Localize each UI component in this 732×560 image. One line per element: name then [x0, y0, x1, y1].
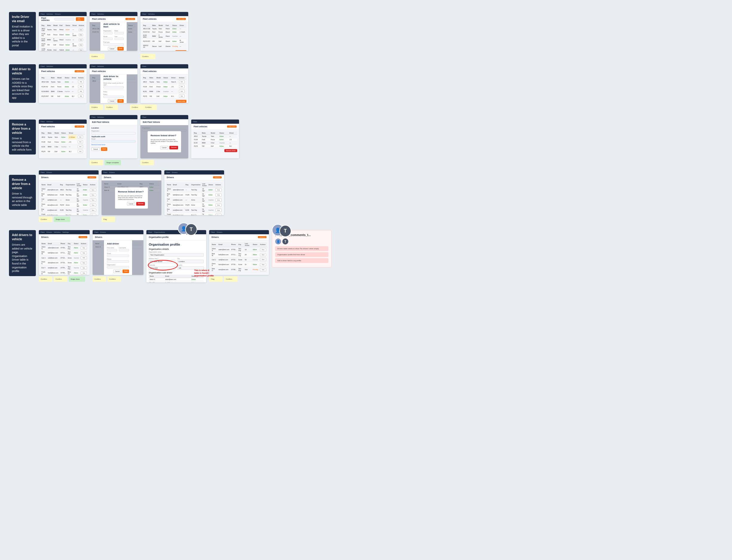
add-btn[interactable]: + Add vehicle	[227, 126, 237, 128]
table-row: Eve T.eve@test.com07744...Test OrgInacti…	[41, 265, 88, 270]
add-btn[interactable]: + Add vehicle	[75, 70, 84, 72]
add-driver-btn[interactable]: + Add driver	[88, 176, 96, 178]
table-row: Beth M.beth@test.com07711...Test OrgActi…	[41, 250, 88, 255]
page-title: Fleet vehicles	[92, 18, 106, 20]
desc-card-row2-body: Drivers can be ADDED to a vehicle once t…	[12, 77, 33, 100]
sticky-row5-e: Confirm	[108, 276, 121, 282]
screen-row2-1: FleetVehicles Fleet vehicles+ Add vehicl…	[39, 64, 87, 103]
desc-card-row3-body: Driver is removed from a vehicle via the…	[12, 137, 33, 152]
search-bar[interactable]	[54, 18, 74, 21]
table-row: Beth M.beth@test.comActive	[149, 281, 204, 283]
table-row: Dana K.dana@test.comPQ78Acme1h agoActive…	[41, 203, 97, 208]
remove-driver-modal-2: Remove linked driver? Are you sure you w…	[115, 187, 148, 209]
save-btn[interactable]: Save	[101, 147, 107, 151]
sticky-row5-d: Confirm	[93, 276, 106, 282]
remove-driver-modal-overlay-2: Remove linked driver? Are you sure you w…	[102, 180, 161, 215]
confirm-remove-btn[interactable]: Remove	[169, 146, 178, 149]
send-invite-btn[interactable]: Send Invite	[176, 100, 187, 103]
table-row: Beth M.beth@test.comFG34Test Org2d agoAc…	[166, 192, 223, 198]
cancel-btn[interactable]: Cancel	[91, 147, 100, 151]
add-vehicle-btn[interactable]: + Add vehicle	[176, 18, 186, 20]
col-actions: Actions	[78, 24, 85, 27]
org-name-label: Organisation name	[149, 251, 204, 253]
screen-row1-2: Fleet Vehicles Fleet vehicles + Add vehi…	[90, 12, 137, 51]
org-section-title: Organisation details	[149, 248, 204, 250]
nav-item: Drivers	[217, 231, 222, 233]
nav-item: Vehicles	[97, 13, 104, 15]
table-row: AB12 CDEToyotaYarisPetrolActive—	[142, 27, 187, 30]
add-driver-modal: Add driver to vehicle Which driver would…	[100, 74, 127, 103]
table-row: Frank B.frank@test.com—Beta Co7d agoActi…	[41, 213, 97, 215]
page-title: Fleet vehicles	[143, 70, 157, 72]
page-title: Fleet vehicles	[92, 70, 106, 72]
sticky-row5-f: Flag	[209, 276, 223, 282]
confirm-remove-btn[interactable]: Remove	[136, 202, 145, 206]
table-row: Eve T.eve@test.comKL56Test Org3d agoInac…	[41, 208, 97, 213]
add-btn[interactable]: + Add vehicle	[75, 126, 84, 128]
nav-item: Drivers	[46, 172, 52, 173]
table-row: FG34 HIJFordFocusDieselActiveJ. SmithEdi…	[41, 32, 85, 37]
add-driver-btn[interactable]: + Add driver	[79, 236, 87, 238]
desc-card-row1: Invite Driver via email Email invitation…	[9, 12, 36, 51]
add-driver-btn[interactable]: + Add driver	[213, 176, 222, 178]
nav-item: Fleet	[41, 231, 45, 233]
feedback-avatar-1: 👤	[275, 238, 281, 244]
avatar-circle-2: T	[185, 224, 197, 235]
sticky-note-row1-1: Confirm	[90, 54, 105, 59]
page-title: Drivers	[167, 176, 174, 178]
feedback-item-3: Add a driver field to org profile	[275, 258, 329, 263]
cancel-btn[interactable]: Cancel	[108, 47, 116, 51]
save-btn[interactable]: Save	[117, 47, 124, 51]
table-row: AB12ToyotaYarisActiveNew D.Edit	[142, 79, 187, 84]
vehicles-table: RegMakeModelFuelStatusDriver AB12 CDEToy…	[142, 24, 187, 49]
table-row: Eve T.eve@test.comKL56Test Org3d agoInac…	[166, 208, 223, 213]
cancel-btn[interactable]: Cancel	[160, 146, 169, 149]
table-row: AB12 CDEToyotaYarisActive—Edit	[41, 79, 85, 84]
nav-item: Vehicles	[97, 116, 104, 118]
table-row: Carl J.carl@test.com07722...AcmeInactive…	[41, 255, 88, 260]
save-btn[interactable]: Save	[117, 99, 124, 103]
address-value: 123 Test Street	[149, 260, 175, 263]
sticky-row2-a: Confirm	[90, 105, 103, 110]
remove-driver-modal-overlay: Remove linked driver? Are you sure you w…	[140, 125, 188, 158]
remove-driver-link[interactable]: Remove linked driver	[91, 144, 136, 146]
page-title: Fleet vehicles	[41, 17, 53, 21]
cancel-btn[interactable]: Cancel	[127, 202, 135, 206]
feedback-icons-row: 👤 T	[275, 238, 329, 244]
nav-item: Fleet	[142, 13, 146, 15]
nav-item: Drivers	[100, 231, 106, 233]
add-vehicle-btn[interactable]: + Add vehicle	[76, 17, 84, 21]
add-driver-btn[interactable]: + Add driver	[258, 236, 267, 238]
modal-title: Add driver	[107, 242, 129, 245]
desc-card-row4-title: Remove a driver from a vehicle	[12, 178, 33, 190]
table-row: AB12ToyotaYarisActiveJ. DriverEdit	[41, 135, 85, 140]
sticky-row2-d: Confirm	[143, 105, 157, 110]
page-title: Edit Fleet Vehicle	[92, 121, 109, 123]
table-row: Adam S.adam@test.comActive	[149, 278, 204, 281]
table-row: New D.new@test.com07799...Test OrgnowPen…	[211, 267, 267, 272]
city-label: City	[177, 258, 204, 259]
nav-item: Vehicles	[97, 65, 104, 67]
nav-item: Fleet	[41, 172, 45, 173]
vehicles-table: RegMakeModelStatusDriverActions AB12Toyo…	[142, 76, 187, 99]
address-label: Address line 1	[149, 258, 175, 259]
sticky-row4-b: Stage done	[54, 217, 70, 222]
table-row: AB12ToyotaYarisActive—	[193, 135, 237, 138]
sticky-row2-c: Confirm	[130, 105, 143, 110]
postcode-value: EC1 1AA	[149, 266, 175, 270]
send-invite-btn[interactable]: Send invite	[175, 50, 187, 51]
add-vehicle-modal: Add vehicle to fleet Registration Make M…	[100, 22, 127, 51]
org-profile-title: Organisation profile	[149, 243, 204, 246]
page-title: Fleet vehicles	[143, 18, 157, 20]
cancel-btn[interactable]: Cancel	[108, 99, 116, 103]
save-btn[interactable]: Save	[123, 270, 129, 273]
cancel-btn[interactable]: Cancel	[113, 270, 122, 273]
table-row: Dana K.dana@test.comPQ78Acme1h agoActive…	[166, 203, 223, 208]
table-row: Adam S.adam@test.com—Test Org1d agoActiv…	[166, 187, 223, 192]
add-vehicle-btn[interactable]: + Add vehicle	[126, 18, 135, 20]
avatar-circle-4: T	[279, 225, 291, 237]
remove-driver-btn[interactable]: Remove driver	[224, 149, 237, 152]
desc-card-row4: Remove a driver from a vehicle Driver is…	[9, 175, 36, 210]
page-title: Drivers	[95, 236, 102, 238]
table-row: KL56BMW3 SerInactive—	[193, 141, 237, 145]
